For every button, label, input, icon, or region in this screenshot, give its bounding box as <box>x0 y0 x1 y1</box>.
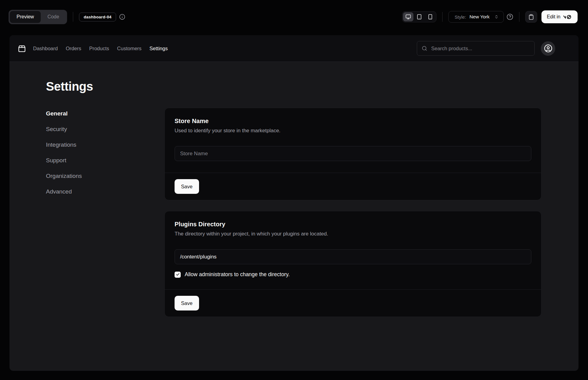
card-description: Used to identify your store in the marke… <box>175 127 531 134</box>
tablet-view-button[interactable] <box>414 12 424 21</box>
style-select[interactable]: Style: New York <box>448 11 504 23</box>
toolbar-right-group: Style: New York Edit in <box>402 10 578 23</box>
card-header: Plugins Directory The directory within y… <box>165 211 541 238</box>
edit-in-label: Edit in <box>547 14 560 20</box>
chevrons-up-down-icon <box>494 15 499 19</box>
card-title: Plugins Directory <box>175 220 531 228</box>
circle-user-icon <box>544 44 552 53</box>
edit-in-v0-button[interactable]: Edit in <box>541 10 578 23</box>
card-footer: Save <box>165 289 541 317</box>
check-icon <box>176 273 180 277</box>
device-toggle-group <box>402 11 436 22</box>
info-icon[interactable] <box>119 14 125 20</box>
nav-link-customers[interactable]: Customers <box>117 46 141 51</box>
card-header: Store Name Used to identify your store i… <box>165 108 541 134</box>
plugins-directory-input[interactable] <box>175 249 531 264</box>
settings-sidebar: General Security Integrations Support Or… <box>46 108 164 195</box>
store-name-card: Store Name Used to identify your store i… <box>164 108 541 200</box>
save-button[interactable]: Save <box>175 179 199 194</box>
nav-link-settings[interactable]: Settings <box>149 46 168 51</box>
search-icon <box>422 46 427 51</box>
toolbar-divider <box>73 12 73 22</box>
nav-link-products[interactable]: Products <box>89 46 109 51</box>
sidebar-item-advanced[interactable]: Advanced <box>46 188 164 195</box>
user-menu-button[interactable] <box>541 41 555 56</box>
monitor-icon <box>405 14 411 20</box>
store-navbar: Dashboard Orders Products Customers Sett… <box>9 35 579 62</box>
v0-logo-icon <box>563 15 572 19</box>
search-input[interactable] <box>417 41 534 55</box>
page-title: Settings <box>46 79 541 94</box>
card-footer: Save <box>165 173 541 200</box>
store-nav-links: Dashboard Orders Products Customers Sett… <box>33 46 168 51</box>
toolbar-divider <box>442 12 443 22</box>
product-search <box>417 41 535 56</box>
sidebar-item-organizations[interactable]: Organizations <box>46 172 164 180</box>
copy-code-button[interactable] <box>525 11 537 23</box>
top-toolbar: Preview Code dashboard-04 Style: New Yor… <box>0 0 588 34</box>
sidebar-item-general[interactable]: General <box>46 110 164 117</box>
sidebar-item-support[interactable]: Support <box>46 157 164 164</box>
toolbar-left-group: Preview Code dashboard-04 <box>9 10 125 24</box>
tablet-icon <box>417 14 422 20</box>
store-name-input[interactable] <box>175 146 531 161</box>
card-content <box>165 134 541 173</box>
help-circle-icon[interactable] <box>507 13 513 20</box>
nav-link-dashboard[interactable]: Dashboard <box>33 46 58 51</box>
settings-grid: General Security Integrations Support Or… <box>46 108 541 317</box>
style-value: New York <box>469 14 489 20</box>
toolbar-divider <box>519 12 519 22</box>
save-button[interactable]: Save <box>175 296 199 310</box>
preview-tab[interactable]: Preview <box>10 11 41 23</box>
block-name-badge: dashboard-04 <box>79 13 116 21</box>
desktop-view-button[interactable] <box>403 12 413 21</box>
card-content: Allow administrators to change the direc… <box>165 238 541 289</box>
settings-page: Settings General Security Integrations S… <box>9 79 579 317</box>
style-label: Style: <box>455 14 466 20</box>
nav-link-orders[interactable]: Orders <box>66 46 81 51</box>
allow-admins-label[interactable]: Allow administrators to change the direc… <box>185 271 290 278</box>
card-title: Store Name <box>175 117 531 125</box>
package-icon[interactable] <box>18 44 26 53</box>
code-tab[interactable]: Code <box>41 11 66 23</box>
smartphone-icon <box>428 14 433 20</box>
clipboard-icon <box>528 14 534 20</box>
mobile-view-button[interactable] <box>425 12 435 21</box>
preview-code-toggle: Preview Code <box>9 10 67 24</box>
preview-frame: Dashboard Orders Products Customers Sett… <box>9 35 579 371</box>
card-description: The directory within your project, in wh… <box>175 230 531 238</box>
plugins-directory-card: Plugins Directory The directory within y… <box>164 211 541 317</box>
sidebar-item-security[interactable]: Security <box>46 126 164 133</box>
sidebar-item-integrations[interactable]: Integrations <box>46 141 164 149</box>
settings-cards: Store Name Used to identify your store i… <box>164 108 541 317</box>
allow-admins-row: Allow administrators to change the direc… <box>175 271 531 278</box>
allow-admins-checkbox[interactable] <box>175 272 181 278</box>
